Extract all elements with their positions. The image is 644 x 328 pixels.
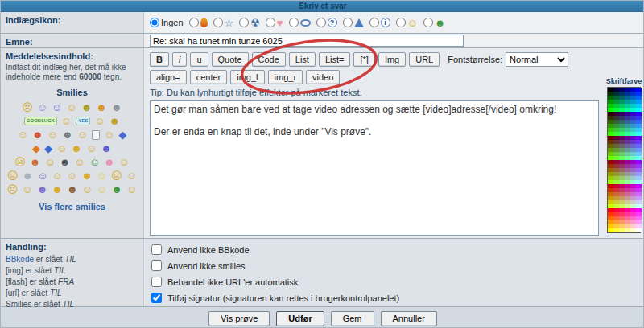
- shock-smiley[interactable]: ☹: [111, 170, 122, 182]
- star-icon-radio[interactable]: [213, 18, 223, 27]
- handshake-smiley[interactable]: ☺: [47, 129, 58, 141]
- flame-icon-radio[interactable]: [189, 18, 199, 27]
- beer-smiley[interactable]: ☺: [18, 129, 28, 141]
- dizzy-smiley[interactable]: ☻: [23, 170, 34, 182]
- img-right-button[interactable]: img_r: [268, 70, 303, 84]
- question-icon-option[interactable]: ?: [316, 18, 337, 27]
- fontsize-select[interactable]: Normal: [506, 52, 568, 67]
- frown-smiley[interactable]: ☹: [22, 102, 33, 113]
- more-smilies-link[interactable]: Vis flere smilies: [6, 202, 138, 211]
- purple-smiley[interactable]: ☺: [37, 102, 47, 113]
- crab-smiley[interactable]: ☻: [96, 102, 107, 113]
- sad2-smiley[interactable]: ☹: [7, 170, 19, 182]
- code-button[interactable]: Code: [252, 52, 286, 67]
- laugh-smiley[interactable]: ☻: [71, 143, 82, 154]
- wink2-smiley[interactable]: ☺: [126, 184, 137, 195]
- blue-fish-smiley[interactable]: ◆: [118, 129, 126, 141]
- submit-button[interactable]: Udfør: [276, 311, 324, 326]
- center-button[interactable]: center: [190, 70, 228, 84]
- align-button[interactable]: align=: [150, 70, 187, 84]
- posting-option-checkbox-2[interactable]: [151, 277, 162, 287]
- preview-button[interactable]: Vis prøve: [208, 311, 270, 326]
- palette-color[interactable]: [630, 228, 636, 232]
- fox-smiley[interactable]: ☻: [30, 157, 41, 168]
- walking-smiley[interactable]: ☻: [109, 116, 120, 127]
- warning-icon-radio[interactable]: [343, 18, 353, 27]
- heart-icon-radio[interactable]: [266, 18, 275, 27]
- blue-smiley[interactable]: ☺: [52, 102, 62, 113]
- posting-option-checkbox-3[interactable]: [151, 293, 162, 303]
- info-icon-radio[interactable]: [369, 18, 379, 27]
- save-button[interactable]: Gem: [331, 311, 374, 326]
- star-icon-option[interactable]: ☆: [213, 18, 234, 28]
- yes-sign-smiley[interactable]: YES: [76, 117, 90, 125]
- palette-color[interactable]: [636, 228, 642, 232]
- orange-fish-smiley[interactable]: ◆: [32, 143, 40, 154]
- cancel-button[interactable]: Annuller: [381, 311, 437, 326]
- radioactive-icon-radio[interactable]: [239, 18, 249, 27]
- knight-smiley[interactable]: ☻: [111, 102, 122, 113]
- icon-none-radio[interactable]: [150, 18, 159, 27]
- censored-smiley[interactable]: ☻: [52, 184, 63, 195]
- nerd-smiley[interactable]: ☺: [126, 170, 137, 182]
- list-button[interactable]: List: [289, 52, 316, 67]
- speech-bubble-icon-radio[interactable]: [289, 18, 299, 27]
- smiley-icon-option[interactable]: ☺: [396, 18, 418, 28]
- bee-smiley[interactable]: ☻: [81, 102, 93, 113]
- palette-color[interactable]: [625, 228, 630, 232]
- scared-smiley[interactable]: ☹: [7, 184, 19, 195]
- yellow-smiley[interactable]: ☺: [97, 184, 107, 195]
- palette-color[interactable]: [608, 228, 613, 232]
- palette-color[interactable]: [613, 228, 619, 232]
- happy-smiley[interactable]: ☺: [56, 143, 67, 154]
- evil-smiley[interactable]: ☻: [37, 184, 48, 195]
- radioactive-icon-option[interactable]: ☢: [239, 18, 260, 28]
- subject-input[interactable]: [150, 35, 464, 47]
- icon-none-option[interactable]: Ingen: [150, 18, 184, 27]
- angry-red-smiley[interactable]: ☻: [32, 129, 43, 141]
- binoculars-smiley[interactable]: ☻: [62, 129, 73, 141]
- goodluck-sign-smiley[interactable]: GOODLUCK: [24, 117, 57, 125]
- img-button[interactable]: Img: [378, 52, 406, 67]
- url-button[interactable]: URL: [409, 52, 440, 67]
- heart-icon-option[interactable]: ♥: [266, 18, 283, 28]
- green-smiley-icon-radio[interactable]: [423, 18, 433, 27]
- bold-button[interactable]: B: [150, 52, 169, 67]
- posting-option-checkbox-0[interactable]: [151, 244, 162, 255]
- question-icon-radio[interactable]: [316, 18, 326, 27]
- warning-icon-option[interactable]: [343, 18, 364, 27]
- small-smiley[interactable]: ☺: [104, 129, 114, 141]
- tongue-smiley[interactable]: ☺: [52, 170, 63, 182]
- video-button[interactable]: video: [306, 70, 340, 84]
- smirk-smiley[interactable]: ☺: [22, 184, 32, 195]
- cool-blue-smiley[interactable]: ☻: [101, 143, 112, 154]
- smile2-smiley[interactable]: ☺: [77, 129, 88, 141]
- flame-icon-option[interactable]: [189, 18, 208, 27]
- italic-button[interactable]: i: [172, 52, 187, 67]
- green-smiley-icon-option[interactable]: ☻: [423, 18, 446, 28]
- underline-button[interactable]: u: [190, 52, 208, 67]
- info-icon-option[interactable]: i: [369, 18, 390, 27]
- group-smiley[interactable]: ☻: [104, 157, 115, 168]
- calm-smiley[interactable]: ☺: [119, 157, 130, 168]
- pale-smiley[interactable]: ☺: [97, 170, 107, 182]
- bbcode-link[interactable]: BBkode: [6, 255, 34, 264]
- blush-smiley[interactable]: ☺: [74, 157, 85, 168]
- dog-smiley[interactable]: ☹: [14, 157, 26, 168]
- green-smiley[interactable]: ☺: [89, 157, 100, 168]
- list-item-button[interactable]: [*]: [353, 52, 374, 67]
- quote-button[interactable]: Quote: [212, 52, 249, 67]
- wink-smiley[interactable]: ☺: [86, 143, 97, 154]
- message-textarea[interactable]: Det gør man såmen bare ved at tage video…: [150, 100, 599, 236]
- smile-smiley[interactable]: ☺: [66, 102, 76, 113]
- palette-color[interactable]: [619, 228, 625, 232]
- cheers-smiley[interactable]: ☺: [61, 116, 72, 127]
- shades-smiley[interactable]: ☻: [60, 157, 71, 168]
- blue-fish2-smiley[interactable]: ◆: [44, 143, 52, 154]
- toilet-smiley[interactable]: [92, 130, 100, 140]
- happy2-smiley[interactable]: ☺: [82, 184, 93, 195]
- party-smiley[interactable]: ☻: [81, 170, 93, 182]
- embarrassed-smiley[interactable]: ☺: [67, 170, 77, 182]
- ordered-list-button[interactable]: List=: [319, 52, 351, 67]
- speech-bubble-icon-option[interactable]: [289, 18, 311, 27]
